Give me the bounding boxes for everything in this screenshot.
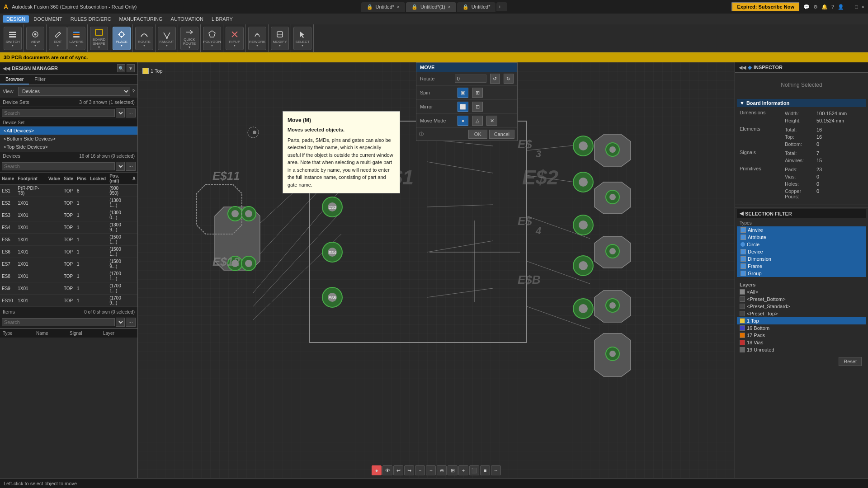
items-search-input[interactable] [2,318,115,326]
move-panel-info-icon[interactable]: ⓘ [419,131,424,137]
board-shape-button[interactable]: BOARD SHAPE ▼ [90,27,108,50]
sf-item-attribute[interactable]: Attribute [737,234,866,241]
devices-search-select[interactable] [116,162,125,171]
rotate-right-btn[interactable]: ↻ [504,74,514,84]
minimize-button[interactable]: ─ [848,4,851,9]
help-icon[interactable]: ? [831,4,834,9]
tab-filter[interactable]: Filter [29,75,51,84]
spin-btn-2[interactable]: ⊞ [472,88,483,98]
canvas-area[interactable]: 1 Top [138,62,735,478]
move-ok-button[interactable]: OK [468,130,487,139]
dark-btn[interactable]: ⬛ [469,465,479,475]
device-set-all[interactable]: <All Devices> [0,127,137,135]
table-row[interactable]: ES9 1X01 TOP 1 (1700 1...) [0,282,137,295]
reset-button[interactable]: Reset [839,357,862,366]
tab-2[interactable]: 🔒 Untitled*(1) × [406,2,456,12]
tab-1-close[interactable]: × [397,5,400,9]
tab-3[interactable]: 🔒 Untitled* [457,2,496,12]
table-row[interactable]: ES7 1X01 TOP 1 (1500 9...) [0,258,137,270]
device-sets-search-input[interactable] [2,109,115,117]
table-row[interactable]: ES8 1X01 TOP 1 (1700 1...) [0,270,137,282]
layer-all[interactable]: <All> [737,288,866,296]
selection-filter-title[interactable]: ◀ SELECTION FILTER [737,209,866,218]
sf-item-device[interactable]: Device [737,248,866,255]
notification-icon[interactable]: 🔔 [821,4,828,10]
devices-more-btn[interactable]: ⋯ [126,162,136,171]
rework-button[interactable]: REWORK ▼ [248,27,266,50]
zoom-fit-btn[interactable]: ⊕ [437,465,447,475]
table-row[interactable]: ES5 1X01 TOP 1 (1500 1...) [0,234,137,246]
edit-button[interactable]: EDIT ▼ [49,27,67,50]
menu-automation[interactable]: AUTOMATION [167,15,207,23]
view-select[interactable]: Devices [18,87,130,96]
move-mode-btn-1[interactable]: ● [458,116,468,126]
tab-2-close[interactable]: × [448,5,451,9]
zoom-grid-btn[interactable]: ⊞ [448,465,458,475]
table-row[interactable]: ES4 1X01 TOP 1 (1300 9...) [0,221,137,234]
search-panel-btn[interactable]: 🔍 [117,64,125,72]
layer-preset-bottom[interactable]: <Preset_Bottom> [737,296,866,303]
items-search-select[interactable] [116,318,125,327]
route-button[interactable]: ROUTE ▼ [135,27,153,50]
cam-btn[interactable]: ● [372,465,382,475]
move-cancel-button[interactable]: Cancel [489,130,514,139]
tab-browser[interactable]: Browser [0,75,29,84]
table-row[interactable]: ES2 1X01 TOP 1 (1300 1...) [0,197,137,209]
menu-manufacturing[interactable]: MANUFACTURING [116,15,166,23]
zoom-in-btn[interactable]: ＋ [426,465,436,475]
polygon-button[interactable]: POLYGON ▼ [203,27,221,50]
layer-16-bottom[interactable]: 16 Bottom [737,324,866,332]
table-row[interactable]: ES3 1X01 TOP 1 (1300 0...) [0,209,137,221]
mirror-btn-2[interactable]: ⊡ [472,102,483,112]
switch-button[interactable]: SWITCH ▼ [4,27,22,50]
plus-btn[interactable]: + [458,465,468,475]
zoom-out-btn[interactable]: － [415,465,425,475]
view-help-icon[interactable]: ? [132,89,135,94]
layer-18-vias[interactable]: 18 Vias [737,339,866,346]
close-button[interactable]: × [862,4,864,9]
settings-icon[interactable]: ⚙ [813,4,818,10]
sf-item-circle[interactable]: Circle [737,241,866,248]
layer-preset-top[interactable]: <Preset_Top> [737,310,866,317]
menu-design[interactable]: DESIGN [3,15,29,23]
table-row[interactable]: ES1 P(R-PDIP-T8) TOP 8 (900 950) [0,185,137,197]
layers-vis-btn[interactable]: ■ [480,465,490,475]
ripup-button[interactable]: RIPUP ▼ [226,27,244,50]
select-button[interactable]: SELECT ▼ [293,27,311,50]
table-row[interactable]: ES6 1X01 TOP 1 (1500 1...) [0,246,137,258]
spin-btn-1[interactable]: ▣ [458,88,468,98]
device-sets-more-btn[interactable]: ⋯ [126,108,136,117]
rotate-left-btn[interactable]: ↺ [490,74,500,84]
menu-rules[interactable]: RULES DRC/ERC [67,15,115,23]
device-set-top[interactable]: <Top Side Devices> [0,143,137,151]
board-info-title[interactable]: ▼ Board Information [737,99,866,107]
subscribe-button[interactable]: Expired: Subscribe Now [731,2,800,12]
layers-button[interactable]: LAYERS ▼ [67,27,85,50]
sf-item-group[interactable]: Group [737,270,866,277]
collapse-icon[interactable]: ◀◀ [3,66,10,71]
place-button[interactable]: PLACE ▼ [113,27,131,50]
nav-btn[interactable]: → [491,465,501,475]
move-mode-btn-2[interactable]: △ [472,116,483,126]
view-button[interactable]: VIEW ▼ [26,27,44,50]
menu-library[interactable]: LIBRARY [208,15,236,23]
redo-btn[interactable]: ↪ [404,465,414,475]
sf-item-dimension[interactable]: Dimension [737,255,866,263]
move-mode-btn-3[interactable]: ✕ [486,116,497,126]
layer-1-top[interactable]: 1 Top [737,317,866,324]
filter-panel-btn[interactable]: ▼ [127,64,135,72]
quick-route-button[interactable]: QUICK ROUTE ▼ [180,27,198,50]
modify-button[interactable]: MODIFY ▼ [271,27,289,50]
layer-19-unrouted[interactable]: 19 Unrouted [737,346,866,353]
mirror-btn-1[interactable]: ⬜ [458,102,468,112]
user-icon[interactable]: 👤 [838,4,844,10]
device-set-bottom[interactable]: <Bottom Side Devices> [0,135,137,143]
layer-preset-standard[interactable]: <Preset_Standard> [737,303,866,310]
maximize-button[interactable]: □ [855,4,858,9]
fanout-button[interactable]: FANOUT ▼ [158,27,176,50]
undo-btn[interactable]: ↩ [393,465,403,475]
tab-1[interactable]: 🔒 Untitled* × [361,2,405,12]
comment-icon[interactable]: 💬 [803,4,810,10]
devices-search-input[interactable] [2,162,115,170]
sf-item-airwire[interactable]: Airwire [737,226,866,234]
